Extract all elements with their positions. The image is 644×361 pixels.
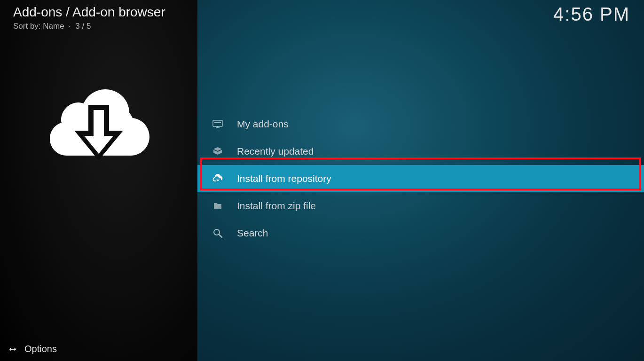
monitor-icon: [212, 118, 224, 130]
sidebar: Add-ons / Add-on browser Sort by: Name ·…: [0, 0, 197, 361]
menu-item-label: Install from zip file: [237, 200, 316, 212]
menu-item-my-addons[interactable]: My add-ons: [197, 110, 644, 138]
main-panel: 4:56 PM My add-ons Recently updated Inst…: [197, 0, 644, 361]
menu-item-install-from-repository[interactable]: Install from repository: [197, 165, 644, 192]
svg-rect-0: [213, 120, 222, 126]
menu-item-recently-updated[interactable]: Recently updated: [197, 138, 644, 165]
list-position: 3 / 5: [75, 22, 91, 31]
svg-line-5: [219, 235, 222, 237]
cloud-download-icon: [212, 173, 224, 185]
menu-item-label: Install from repository: [237, 173, 331, 184]
search-icon: [212, 227, 224, 239]
options-icon: [8, 344, 18, 354]
sort-value: Name: [43, 22, 64, 31]
options-label: Options: [24, 344, 57, 354]
sort-info: Sort by: Name · 3 / 5: [13, 22, 91, 31]
clock: 4:56 PM: [553, 4, 630, 25]
menu-item-label: My add-ons: [237, 118, 289, 130]
svg-rect-1: [216, 127, 220, 128]
menu-item-search[interactable]: Search: [197, 220, 644, 247]
zip-file-icon: [212, 200, 224, 212]
sort-prefix: Sort by:: [13, 22, 43, 31]
open-box-icon: [212, 145, 224, 157]
breadcrumb: Add-ons / Add-on browser: [13, 5, 165, 20]
options-button[interactable]: Options: [8, 344, 57, 354]
svg-rect-3: [214, 122, 221, 123]
menu-item-label: Search: [237, 228, 268, 239]
menu-item-label: Recently updated: [237, 146, 314, 157]
app-root: Add-ons / Add-on browser Sort by: Name ·…: [0, 0, 644, 361]
menu-list: My add-ons Recently updated Install from…: [197, 110, 644, 247]
menu-item-install-from-zip[interactable]: Install from zip file: [197, 192, 644, 220]
download-cloud-icon: [45, 75, 153, 169]
